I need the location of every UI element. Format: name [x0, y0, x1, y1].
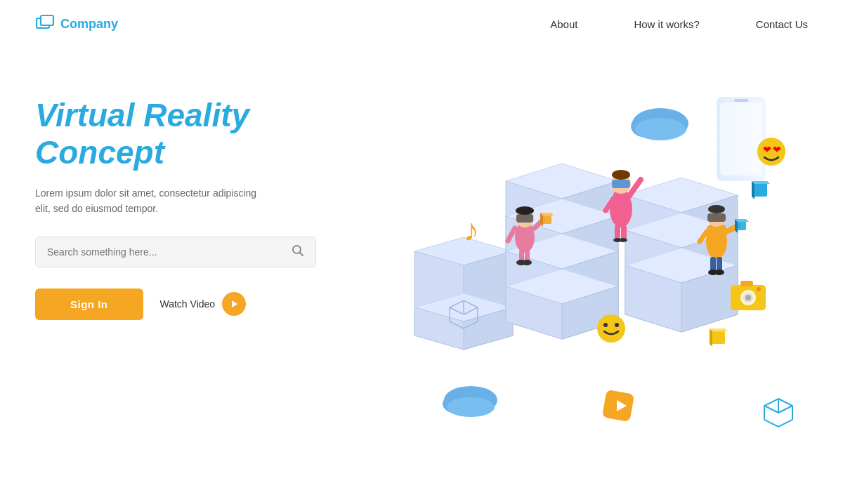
action-row: Sign In Watch Video	[35, 289, 372, 320]
svg-point-63	[708, 205, 725, 213]
logo[interactable]: Company	[35, 14, 118, 34]
svg-point-84	[615, 323, 619, 327]
search-input[interactable]	[47, 246, 292, 258]
svg-text:❤: ❤	[773, 144, 781, 155]
svg-point-52	[612, 170, 630, 180]
watch-video-label: Watch Video	[160, 298, 216, 310]
svg-marker-96	[752, 181, 754, 199]
nav-contact-us[interactable]: Contact Us	[756, 18, 808, 30]
svg-point-80	[447, 397, 495, 417]
hero-title-line1: Virtual Reality	[35, 97, 249, 133]
hero-title: Virtual Reality Concept	[35, 97, 372, 171]
svg-rect-1	[41, 15, 53, 25]
svg-line-3	[300, 252, 303, 256]
svg-rect-49	[613, 191, 629, 211]
hero-description: Lorem ipsum dolor sit amet, consectetur …	[35, 185, 274, 217]
svg-rect-51	[612, 180, 630, 188]
search-icon	[292, 244, 304, 257]
main-nav: About How it works? Contact Us	[550, 18, 808, 30]
svg-line-91	[778, 406, 792, 413]
signin-button[interactable]: Sign In	[35, 289, 143, 320]
search-bar[interactable]	[35, 237, 316, 267]
svg-rect-108	[740, 281, 753, 286]
svg-point-58	[619, 238, 627, 242]
svg-point-82	[597, 314, 625, 343]
svg-line-90	[764, 406, 778, 413]
nav-about[interactable]: About	[550, 18, 577, 30]
svg-point-38	[516, 206, 534, 215]
svg-point-83	[603, 323, 608, 327]
svg-point-85	[757, 138, 785, 166]
svg-point-107	[745, 295, 751, 300]
search-button[interactable]	[292, 244, 304, 260]
logo-text: Company	[60, 17, 118, 32]
svg-marker-4	[232, 300, 237, 307]
logo-icon	[35, 14, 55, 34]
svg-point-109	[757, 287, 761, 291]
svg-marker-93	[710, 329, 712, 347]
watch-video-button[interactable]: Watch Video	[160, 292, 247, 316]
svg-rect-34	[734, 99, 748, 102]
svg-point-76	[635, 118, 686, 140]
svg-rect-56	[621, 225, 627, 239]
svg-rect-33	[720, 102, 762, 175]
svg-point-72	[714, 270, 724, 275]
nav-how-it-works[interactable]: How it works?	[634, 18, 699, 30]
header: Company About How it works? Contact Us	[0, 0, 843, 48]
svg-marker-97	[752, 181, 770, 184]
svg-rect-55	[615, 225, 620, 239]
svg-text:♪: ♪	[464, 213, 479, 247]
illustration-panel: ♪ ❤ ❤	[372, 55, 808, 462]
svg-rect-37	[516, 214, 533, 223]
svg-text:❤: ❤	[763, 144, 771, 155]
play-icon	[222, 292, 246, 316]
svg-point-42	[522, 260, 532, 265]
svg-rect-60	[707, 225, 726, 246]
vr-illustration: ♪ ❤ ❤	[372, 55, 808, 462]
hero-title-line2: Concept	[35, 134, 164, 171]
left-panel: Virtual Reality Concept Lorem ipsum dolo…	[35, 69, 372, 320]
svg-marker-94	[710, 329, 728, 331]
main-content: Virtual Reality Concept Lorem ipsum dolo…	[0, 48, 843, 493]
svg-rect-62	[707, 213, 726, 222]
